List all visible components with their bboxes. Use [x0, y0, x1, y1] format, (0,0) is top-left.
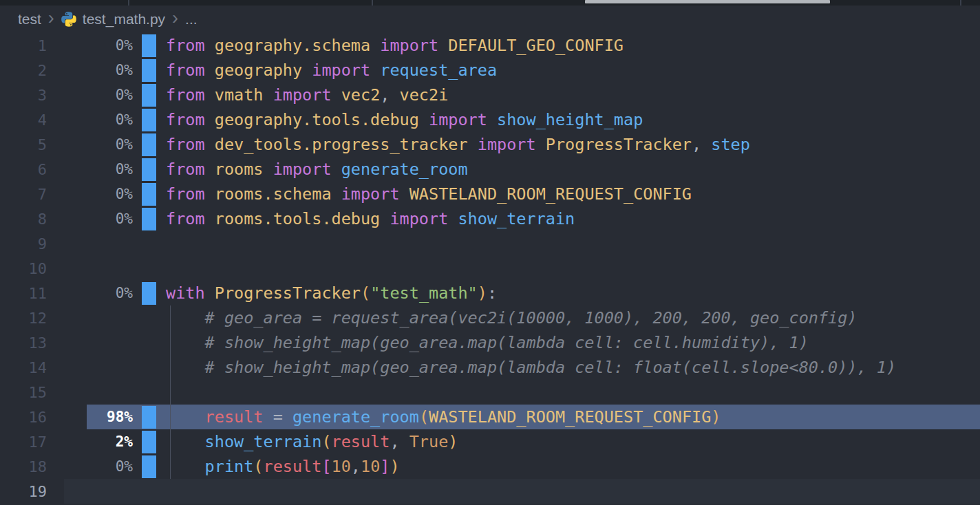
code-token: ( [253, 457, 263, 476]
code-text[interactable]: from geography import request_area [166, 61, 497, 80]
line-number[interactable]: 13 [0, 334, 47, 352]
code-token: rooms.tools.debug [215, 209, 381, 228]
code-token: result [205, 407, 264, 427]
coverage-gutter-marker-icon [142, 34, 156, 57]
code-token: ( [321, 432, 331, 451]
line-number[interactable]: 6 [0, 161, 47, 178]
code-line[interactable]: 15 [0, 380, 980, 405]
code-line[interactable]: 30%from vmath import vec2, vec2i [0, 83, 980, 107]
profiler-percent: 0% [47, 37, 133, 54]
profiler-percent: 98% [47, 409, 133, 425]
breadcrumb-file[interactable]: test_math.py [83, 11, 165, 28]
code-token: from [166, 135, 215, 154]
coverage-gutter-marker-icon [142, 158, 156, 181]
code-text[interactable]: from rooms import generate_room [166, 160, 468, 179]
coverage-gutter-marker-icon [142, 84, 156, 107]
line-number[interactable]: 15 [0, 384, 47, 401]
code-text[interactable]: # show_height_map(geo_area.map(lambda ce… [166, 358, 896, 377]
code-token: show_terrain [458, 209, 575, 228]
code-token: , [351, 457, 361, 476]
tab-separator [960, 0, 961, 6]
code-text[interactable]: from geography.tools.debug import show_h… [166, 110, 643, 129]
line-number[interactable]: 1 [0, 37, 47, 54]
line-number[interactable]: 2 [0, 62, 47, 79]
profiler-percent: 0% [47, 285, 133, 301]
code-token: vec2i [400, 85, 449, 105]
line-number[interactable]: 14 [0, 359, 47, 376]
line-number[interactable]: 17 [0, 433, 47, 451]
code-line[interactable]: 40%from geography.tools.debug import sho… [0, 107, 980, 132]
coverage-gutter-marker-icon [142, 109, 156, 131]
code-token: print [205, 457, 254, 476]
breadcrumb-folder[interactable]: test [18, 11, 41, 28]
gutter-marker-slot [142, 454, 156, 479]
code-token: vec2 [341, 85, 381, 105]
line-number[interactable]: 11 [0, 285, 47, 302]
line-number[interactable]: 7 [0, 186, 47, 203]
code-text[interactable]: # geo_area = request_area(vec2i(10000, 1… [166, 308, 858, 327]
tab-separator [372, 0, 373, 6]
gutter-marker-slot [142, 182, 156, 206]
line-number[interactable]: 16 [0, 409, 47, 426]
code-text[interactable]: # show_height_map(geo_area.map(lambda ce… [166, 333, 809, 352]
code-line[interactable]: 110%with ProgressTracker("test_math"): [0, 281, 980, 305]
code-line[interactable]: 10 [0, 256, 980, 281]
code-token: WASTELAND_ROOM_REQUEST_CONFIG [409, 184, 692, 204]
gutter-marker-slot [142, 58, 156, 83]
code-line[interactable]: 50%from dev_tools.progress_tracker impor… [0, 132, 980, 157]
code-text[interactable]: from dev_tools.progress_tracker import P… [166, 135, 750, 154]
code-token: import [380, 209, 458, 228]
gutter-marker-slot [142, 405, 156, 429]
profiler-percent: 0% [47, 136, 133, 153]
code-line[interactable]: 70%from rooms.schema import WASTELAND_RO… [0, 182, 980, 206]
code-line[interactable]: 12 # geo_area = request_area(vec2i(10000… [0, 305, 980, 330]
code-token: from [166, 110, 215, 129]
code-line[interactable]: 60%from rooms import generate_room [0, 157, 980, 182]
code-token: 10 [332, 457, 351, 476]
code-token: import [264, 85, 341, 105]
line-number[interactable]: 12 [0, 310, 47, 327]
code-text[interactable]: print(result[10,10]) [166, 457, 400, 476]
code-line[interactable]: 19 [0, 479, 980, 504]
code-token: from [166, 85, 215, 105]
gutter-marker-slot [142, 479, 156, 504]
code-token: ) [448, 432, 458, 451]
code-line[interactable]: 20%from geography import request_area [0, 58, 980, 83]
coverage-gutter-marker-icon [142, 431, 156, 453]
code-text[interactable]: from vmath import vec2, vec2i [166, 85, 448, 105]
code-text[interactable]: from rooms.tools.debug import show_terra… [166, 209, 575, 228]
code-line[interactable]: 10%from geography.schema import DEFAULT_… [0, 33, 980, 58]
code-text[interactable]: result = generate_room(WASTELAND_ROOM_RE… [166, 407, 721, 427]
tab-scrollbar-thumb[interactable] [585, 0, 830, 3]
code-line[interactable]: 180% print(result[10,10]) [0, 454, 980, 479]
code-token: from [166, 36, 215, 55]
code-editor[interactable]: 10%from geography.schema import DEFAULT_… [0, 33, 980, 504]
line-number[interactable]: 3 [0, 87, 47, 104]
code-line[interactable]: 80%from rooms.tools.debug import show_te… [0, 206, 980, 231]
code-text[interactable]: from rooms.schema import WASTELAND_ROOM_… [166, 184, 692, 204]
code-token: : [487, 283, 497, 303]
breadcrumb-symbol[interactable]: ... [185, 11, 198, 28]
code-token: import [370, 36, 448, 55]
line-number[interactable]: 18 [0, 458, 47, 475]
code-text[interactable]: with ProgressTracker("test_math"): [166, 283, 497, 303]
code-token [166, 432, 205, 451]
code-text[interactable]: show_terrain(result, True) [166, 432, 458, 451]
line-number[interactable]: 9 [0, 235, 47, 252]
code-line[interactable]: 14 # show_height_map(geo_area.map(lambda… [0, 355, 980, 380]
line-number[interactable]: 8 [0, 211, 47, 228]
code-line[interactable]: 172% show_terrain(result, True) [0, 429, 980, 454]
line-number[interactable]: 10 [0, 260, 47, 277]
code-token: DEFAULT_GEO_CONFIG [448, 36, 624, 55]
line-number[interactable]: 19 [0, 483, 47, 500]
line-number[interactable]: 5 [0, 136, 47, 153]
code-line[interactable]: 13 # show_height_map(geo_area.map(lambda… [0, 330, 980, 355]
chevron-right-icon: › [172, 11, 178, 25]
coverage-gutter-marker-icon [142, 406, 156, 429]
code-token: [ [321, 457, 331, 476]
code-text[interactable]: from geography.schema import DEFAULT_GEO… [166, 36, 624, 55]
line-number[interactable]: 4 [0, 111, 47, 129]
code-line[interactable]: 9 [0, 231, 980, 256]
code-token: from [166, 61, 215, 80]
code-line[interactable]: 1698% result = generate_room(WASTELAND_R… [0, 405, 980, 429]
